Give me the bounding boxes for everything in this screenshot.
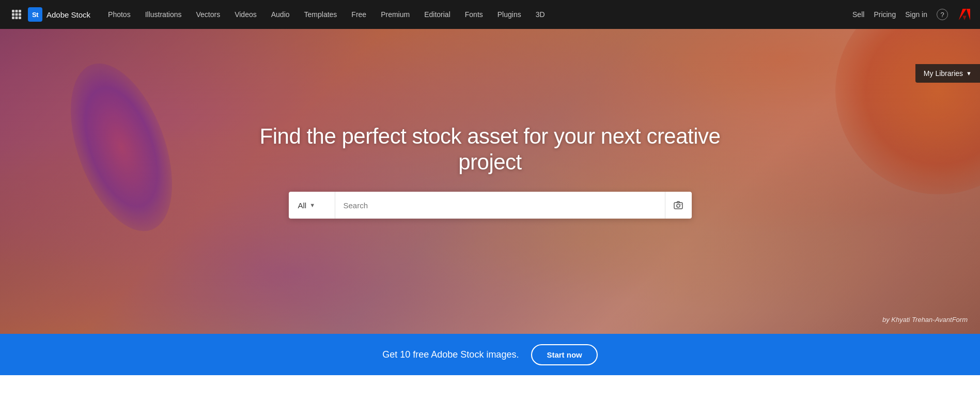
- svg-rect-7: [15, 17, 18, 19]
- svg-rect-1: [15, 10, 18, 12]
- brand-logo-box: St: [28, 7, 42, 22]
- top-navigation: St Adobe Stock Photos Illustrations Vect…: [0, 0, 980, 29]
- svg-rect-0: [12, 10, 14, 12]
- svg-rect-5: [19, 13, 21, 16]
- nav-link-3d[interactable]: 3D: [528, 0, 552, 29]
- nav-link-photos[interactable]: Photos: [101, 0, 138, 29]
- apps-grid-icon[interactable]: [8, 6, 25, 23]
- nav-right-section: Sell Pricing Sign in ?: [852, 7, 972, 22]
- brand-name: Adobe Stock: [46, 10, 90, 19]
- svg-rect-14: [680, 204, 682, 205]
- camera-icon: [673, 200, 683, 210]
- nav-link-premium[interactable]: Premium: [374, 0, 417, 29]
- svg-rect-4: [15, 13, 18, 16]
- hero-title: Find the perfect stock asset for your ne…: [258, 124, 723, 176]
- svg-rect-2: [19, 10, 21, 12]
- nav-link-plugins[interactable]: Plugins: [490, 0, 528, 29]
- my-libraries-label: My Libraries: [924, 69, 963, 78]
- brand-logo-text: St: [32, 11, 38, 19]
- svg-marker-11: [962, 16, 966, 21]
- my-libraries-panel[interactable]: My Libraries ▼: [915, 64, 980, 83]
- hero-attribution: by Khyati Trehan-AvantForm: [882, 316, 968, 323]
- nav-link-fonts[interactable]: Fonts: [458, 0, 490, 29]
- my-libraries-chevron-icon: ▼: [966, 70, 972, 76]
- nav-signin-link[interactable]: Sign in: [905, 10, 927, 19]
- hero-content: Find the perfect stock asset for your ne…: [258, 124, 723, 219]
- search-category-label: All: [298, 201, 307, 210]
- nav-link-editorial[interactable]: Editorial: [417, 0, 458, 29]
- promo-banner: Get 10 free Adobe Stock images. Start no…: [0, 334, 980, 375]
- svg-rect-6: [12, 17, 14, 19]
- brand-logo-link[interactable]: St Adobe Stock: [28, 7, 90, 22]
- nav-link-videos[interactable]: Videos: [227, 0, 264, 29]
- adobe-logo-icon[interactable]: [957, 7, 972, 22]
- svg-marker-10: [967, 9, 970, 20]
- search-bar: All ▼: [289, 192, 692, 219]
- hero-section: My Libraries ▼ Find the perfect stock as…: [0, 29, 980, 334]
- nav-link-free[interactable]: Free: [344, 0, 374, 29]
- svg-rect-3: [12, 13, 14, 16]
- nav-link-templates[interactable]: Templates: [297, 0, 345, 29]
- svg-marker-9: [959, 9, 967, 20]
- nav-pricing-link[interactable]: Pricing: [874, 10, 896, 19]
- svg-point-13: [677, 204, 680, 207]
- promo-text: Get 10 free Adobe Stock images.: [382, 349, 519, 360]
- svg-rect-8: [19, 17, 21, 19]
- promo-cta-button[interactable]: Start now: [531, 344, 597, 365]
- primary-nav-links: Photos Illustrations Vectors Videos Audi…: [101, 0, 852, 29]
- svg-rect-12: [674, 203, 682, 209]
- search-input[interactable]: [335, 192, 665, 219]
- search-category-dropdown[interactable]: All ▼: [289, 192, 335, 219]
- help-icon[interactable]: ?: [937, 9, 948, 20]
- nav-link-vectors[interactable]: Vectors: [189, 0, 227, 29]
- search-category-chevron-icon: ▼: [309, 202, 315, 208]
- nav-sell-link[interactable]: Sell: [852, 10, 864, 19]
- nav-link-audio[interactable]: Audio: [264, 0, 297, 29]
- nav-link-illustrations[interactable]: Illustrations: [138, 0, 189, 29]
- visual-search-button[interactable]: [665, 192, 692, 219]
